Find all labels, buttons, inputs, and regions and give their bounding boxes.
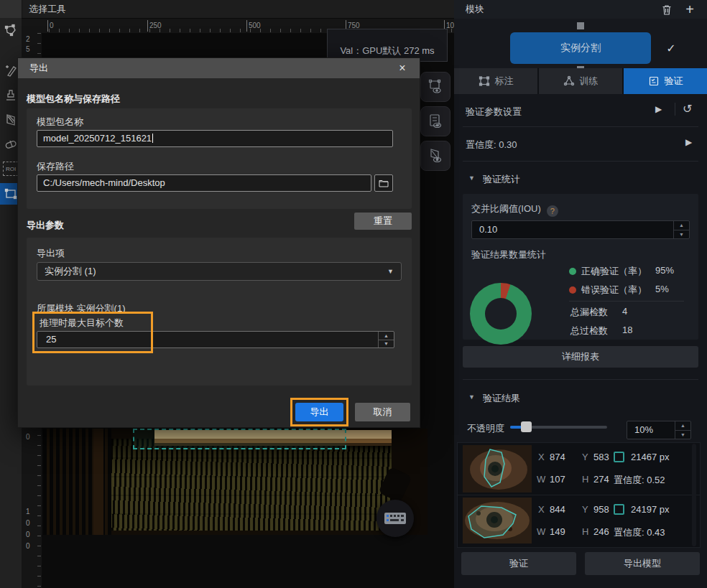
keyboard-icon [384,510,407,526]
x-value: 874 [550,452,565,462]
confidence-value: 置信度: 0.43 [614,526,665,539]
w-key: W [537,474,545,485]
show-masks-button[interactable] [420,141,450,171]
current-tool-label: 选择工具 [29,0,66,18]
export-confirm-button[interactable]: 导出 [295,403,343,421]
chevron-down-icon: ▼ [387,268,394,275]
detailed-report-button[interactable]: 详细报表 [463,346,698,368]
spin-down-icon[interactable]: ▼ [675,431,690,439]
opacity-label: 不透明度 [467,422,504,435]
roi-tool-icon[interactable]: ROI [3,162,19,176]
collapse-icon[interactable]: ▼ [468,393,475,401]
browse-folder-button[interactable] [374,174,393,192]
spin-down-icon[interactable]: ▼ [379,340,394,348]
y-value: 583 [593,452,609,462]
ruler-label: 5 [26,45,30,55]
divider [463,379,698,380]
result-checkbox[interactable] [614,504,624,515]
overdetect-count-value: 18 [622,325,632,335]
results-section-title: 验证结果 [483,392,520,405]
app-window: 选择工具 0 250 500 750 1000 2 5 0 1 0 0 0 [0,0,707,588]
module-panel: 模块 + 实例分割 ✓ 标注 训练 验证 [454,0,707,588]
chevron-right-icon[interactable]: ▶ [685,137,692,147]
h-value: 246 [593,526,609,537]
y-value: 958 [593,504,609,515]
reset-button[interactable]: 重置 [354,213,412,230]
iou-input[interactable]: 0.10 ▲ ▼ [471,220,690,239]
run-validation-icon[interactable]: ▶ [655,104,662,114]
instance-segmentation-node[interactable]: 实例分割 [510,32,651,64]
spinner-control[interactable]: ▲ ▼ [673,221,689,238]
export-params-card: 导出项 实例分割 (1) ▼ 所属模块 实例分割(1) 推理时最大目标个数 25… [27,238,412,386]
export-item-label: 导出项 [37,247,65,260]
delete-module-button[interactable] [660,2,674,17]
polygon-tool-icon[interactable] [2,22,19,39]
export-model-button[interactable]: 导出模型 [585,552,700,575]
toolbar-corner [0,0,22,18]
result-checkbox[interactable] [614,452,624,462]
h-value: 274 [593,474,609,485]
collapse-icon[interactable]: ▼ [468,174,475,182]
save-path-input[interactable]: C:/Users/mech-mind/Desktop [37,174,371,192]
slider-handle[interactable] [521,421,532,432]
confidence-row-label: 置信度: 0.30 [466,139,517,151]
spin-down-icon[interactable]: ▼ [674,230,689,239]
add-module-button[interactable]: + [683,2,697,17]
tab-train[interactable]: 训练 [539,68,622,94]
result-item[interactable]: X 844 Y 958 24197 px W 149 H 246 置信度: 0.… [458,495,700,547]
show-results-button[interactable] [420,106,450,136]
divider [463,161,698,162]
max-targets-label: 推理时最大目标个数 [40,317,124,330]
dialog-title: 导出 [29,58,48,78]
close-icon[interactable]: × [394,58,411,78]
result-item[interactable]: X 874 Y 583 21467 px W 107 H 274 置信度: 0.… [458,443,700,495]
show-boxes-button[interactable] [420,72,450,102]
help-icon[interactable]: ? [547,205,558,217]
legend-label-wrong: 错误验证（率） [581,284,647,297]
validate-button[interactable]: 验证 [461,552,576,575]
cancel-button[interactable]: 取消 [355,403,410,421]
virtual-keyboard-button[interactable] [376,500,414,537]
roi-tool-label: ROI [6,166,16,172]
w-key: W [537,526,545,537]
trash-icon [661,4,673,16]
list-scrollbar[interactable] [692,444,696,546]
selection-rectangle[interactable] [133,429,346,449]
legend-value-correct: 95% [655,265,674,276]
x-key: X [538,452,545,462]
spin-up-icon[interactable]: ▲ [674,221,689,230]
ruler-label: 1 [26,507,30,517]
plus-icon: + [685,1,694,18]
top-toolbar: 选择工具 [0,0,454,19]
module-panel-header: 模块 + [454,0,707,19]
validation-settings-label: 验证参数设置 [466,106,522,118]
ruler-label: 0 [47,20,54,32]
ruler-label: 0 [26,530,30,540]
result-thumbnail [463,498,532,543]
panel-title: 模块 [466,0,484,19]
workflow-graph: 实例分割 ✓ [454,19,707,68]
confidence-value: 置信度: 0.52 [614,474,665,487]
spin-up-icon[interactable]: ▲ [379,332,394,340]
history-icon[interactable]: ↺ [683,102,692,116]
model-name-label: 模型包名称 [37,116,83,129]
export-item-select[interactable]: 实例分割 (1) ▼ [37,262,402,281]
icon-separator [675,103,675,116]
y-key: Y [582,504,588,515]
validate-icon [648,75,660,87]
tab-annotate[interactable]: 标注 [454,68,537,94]
count-stats-title: 验证结果数量统计 [471,248,546,261]
ruler-label: 0 [26,432,30,442]
spinner-control[interactable]: ▲ ▼ [378,332,394,347]
max-targets-input[interactable]: 25 ▲ ▼ [37,331,394,348]
opacity-slider[interactable] [510,426,607,429]
model-name-input[interactable]: model_20250712_151621 [37,130,393,147]
h-key: H [582,474,588,485]
tab-validate[interactable]: 验证 [624,68,707,94]
x-key: X [538,504,545,515]
spin-up-icon[interactable]: ▲ [675,421,690,431]
opacity-input[interactable]: 10% ▲ ▼ [627,421,691,439]
dialog-titlebar[interactable]: 导出 × [18,58,420,78]
spinner-control[interactable]: ▲ ▼ [675,421,690,439]
ruler-label: 0 [26,541,30,551]
